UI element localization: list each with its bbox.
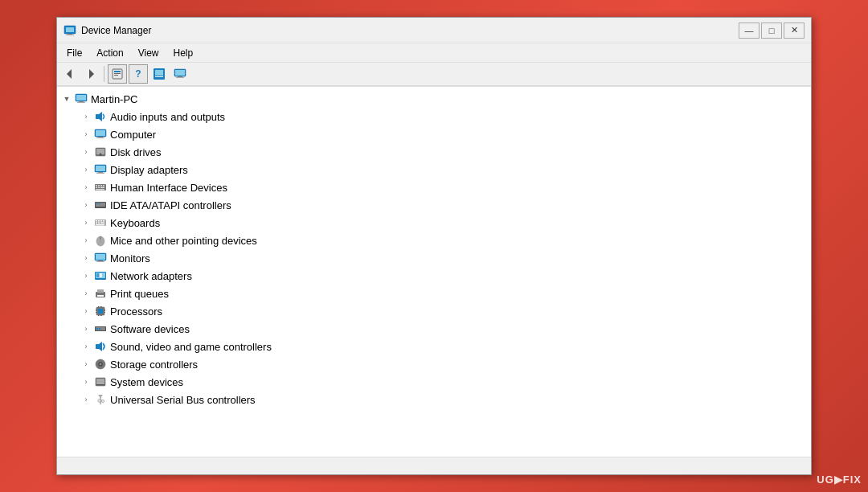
svg-marker-98: [98, 395, 103, 398]
disk-icon: [94, 146, 107, 158]
close-button[interactable]: ✕: [784, 23, 805, 39]
svg-rect-37: [100, 185, 102, 187]
svg-marker-4: [67, 69, 72, 79]
list-item[interactable]: › Storage controllers: [57, 355, 811, 373]
svg-rect-54: [100, 223, 104, 224]
expand-icon[interactable]: ›: [80, 358, 92, 371]
audio-icon: [94, 110, 107, 123]
window-title: Device Manager: [81, 25, 739, 36]
minimize-button[interactable]: —: [739, 23, 760, 39]
svg-rect-49: [98, 220, 100, 222]
back-button[interactable]: [60, 64, 80, 84]
list-item[interactable]: › Human Interface Devices: [57, 178, 811, 196]
svg-rect-66: [100, 273, 102, 277]
expand-icon[interactable]: ›: [80, 181, 92, 194]
expand-icon[interactable]: ›: [80, 375, 92, 388]
svg-rect-68: [97, 289, 104, 293]
sound-icon: [94, 340, 107, 353]
expand-icon[interactable]: ›: [80, 322, 92, 335]
toolbar-separator-1: [104, 66, 104, 82]
list-item[interactable]: › Network adapters: [57, 267, 811, 285]
list-item[interactable]: › Universal Serial Bus controllers: [57, 391, 811, 408]
svg-rect-80: [100, 306, 100, 307]
list-item[interactable]: › Disk drives: [57, 143, 811, 161]
computer-tree-icon: [94, 128, 107, 141]
svg-rect-70: [96, 293, 97, 293]
svg-rect-53: [98, 223, 100, 224]
disk-label: Disk drives: [110, 146, 162, 158]
expand-icon[interactable]: ›: [80, 269, 92, 282]
menu-action[interactable]: Action: [90, 46, 129, 60]
list-item[interactable]: › IDE ATA/ATAPI controllers: [57, 196, 811, 214]
help-button[interactable]: ?: [129, 64, 148, 84]
menu-help[interactable]: Help: [167, 46, 200, 60]
expand-icon[interactable]: ›: [80, 110, 92, 123]
ide-label: IDE ATA/ATAPI controllers: [110, 199, 231, 211]
list-item[interactable]: › Print queues: [57, 285, 811, 302]
monitor-icon: [94, 252, 107, 264]
network-icon: [94, 269, 107, 282]
menu-file[interactable]: File: [60, 46, 88, 60]
toolbar: ?: [57, 63, 811, 87]
expand-icon[interactable]: ›: [80, 216, 92, 229]
svg-rect-88: [99, 328, 100, 330]
svg-rect-32: [98, 172, 103, 173]
tree-view: ▼ Martin-PC › Audio input: [57, 87, 811, 457]
list-item[interactable]: › System devices: [57, 373, 811, 391]
list-item[interactable]: › Keyboards: [57, 214, 811, 232]
expand-icon[interactable]: ›: [80, 340, 92, 353]
svg-rect-75: [96, 312, 96, 313]
list-item[interactable]: › Proces: [57, 302, 811, 320]
tree-root[interactable]: ▼ Martin-PC: [57, 90, 811, 108]
svg-rect-78: [104, 312, 105, 313]
list-item[interactable]: › Monitors: [57, 249, 811, 267]
svg-rect-24: [96, 130, 105, 136]
hid-label: Human Interface Devices: [110, 182, 227, 194]
svg-rect-16: [176, 77, 184, 78]
expand-icon[interactable]: ›: [80, 234, 92, 247]
computer-button[interactable]: [170, 64, 190, 84]
svg-point-29: [100, 154, 102, 156]
svg-rect-42: [96, 189, 104, 191]
list-item[interactable]: › Computer: [57, 125, 811, 143]
svg-rect-84: [101, 315, 102, 316]
network-label: Network adapters: [110, 270, 192, 282]
svg-rect-36: [98, 185, 100, 187]
list-item[interactable]: › Audio inputs and outputs: [57, 108, 811, 125]
list-item[interactable]: › Mice and other pointing devices: [57, 232, 811, 249]
expand-icon[interactable]: ›: [80, 146, 92, 158]
update-button[interactable]: [149, 64, 169, 84]
svg-rect-12: [155, 76, 163, 77]
expand-icon[interactable]: ›: [80, 252, 92, 264]
expand-icon[interactable]: ›: [80, 128, 92, 141]
display-icon: [94, 163, 107, 176]
forward-button[interactable]: [81, 64, 100, 84]
svg-rect-74: [96, 310, 96, 311]
watermark: UG▶FIX: [817, 474, 862, 486]
list-item[interactable]: › Display adapters: [57, 161, 811, 178]
list-item[interactable]: › Sound, video and game controllers: [57, 338, 811, 355]
svg-rect-41: [100, 187, 104, 189]
system-label: System devices: [110, 376, 183, 388]
expand-icon[interactable]: ›: [80, 199, 92, 211]
expand-icon[interactable]: ›: [80, 163, 92, 176]
root-icon: [75, 92, 88, 105]
expand-icon[interactable]: ›: [80, 305, 92, 318]
svg-rect-77: [104, 310, 105, 311]
properties-button[interactable]: [108, 64, 127, 84]
svg-rect-31: [96, 166, 105, 171]
menu-view[interactable]: View: [132, 46, 166, 60]
svg-rect-14: [175, 70, 185, 76]
svg-rect-21: [96, 114, 99, 119]
expand-icon[interactable]: ›: [80, 393, 92, 406]
list-item[interactable]: › Software devices: [57, 320, 811, 338]
maximize-button[interactable]: □: [761, 23, 782, 39]
root-expand-icon[interactable]: ▼: [60, 92, 73, 105]
svg-rect-69: [97, 295, 104, 297]
svg-rect-45: [96, 203, 98, 204]
ide-icon: [94, 199, 107, 211]
svg-rect-26: [96, 137, 104, 138]
expand-icon[interactable]: ›: [80, 287, 92, 300]
keyboard-label: Keyboards: [110, 217, 160, 229]
status-bar: [57, 457, 811, 474]
